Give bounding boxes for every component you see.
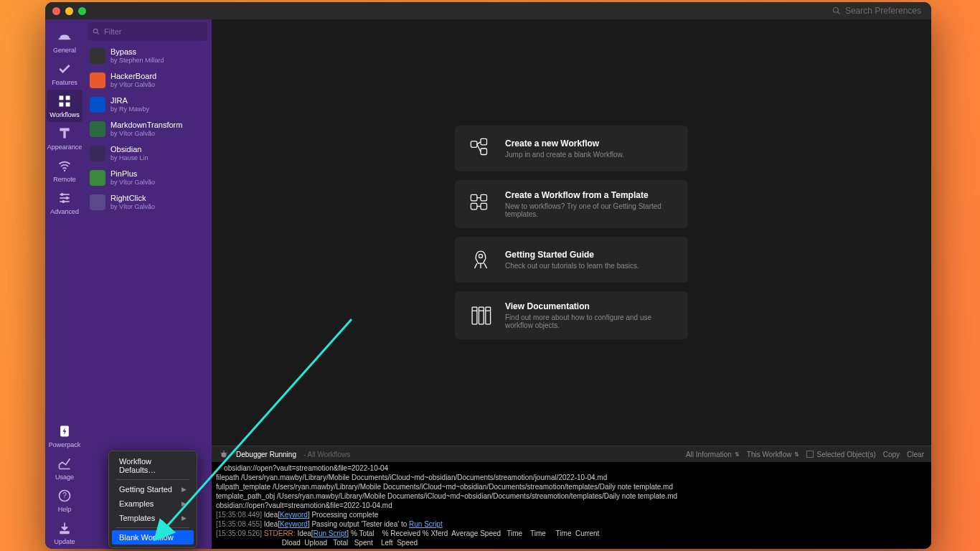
- nav-label: Workflows: [50, 111, 79, 118]
- card-title: Create a Workflow from a Template: [505, 190, 675, 200]
- debugger-scope-label: - All Workflows: [303, 451, 350, 458]
- window-controls: [52, 7, 86, 15]
- workflow-name: RightClick: [110, 194, 155, 203]
- svg-rect-34: [479, 307, 484, 324]
- svg-rect-6: [60, 128, 69, 131]
- svg-point-12: [65, 197, 68, 199]
- card-title: Create a new Workflow: [505, 138, 624, 149]
- context-menu-item[interactable]: Templates▶: [112, 511, 194, 525]
- nav-usage[interactable]: Usage: [47, 452, 83, 484]
- workflow-name: MarkdownTransform: [110, 121, 182, 130]
- workflow-canvas: Create a new WorkflowJump in and create …: [212, 19, 931, 549]
- svg-line-20: [97, 32, 99, 34]
- svg-rect-27: [471, 203, 477, 209]
- debugger-selected-toggle[interactable]: Selected Object(s): [806, 451, 875, 458]
- nav-powerpack[interactable]: Powerpack: [47, 420, 83, 452]
- card-title: Getting Started Guide: [505, 250, 639, 260]
- nav-features[interactable]: Features: [47, 57, 83, 90]
- workflow-item[interactable]: Obsidianby Hause Lin: [84, 141, 212, 166]
- workflow-name: Obsidian: [110, 145, 149, 154]
- nav-workflows[interactable]: Workflows: [47, 90, 83, 122]
- nav-update[interactable]: Update: [47, 517, 83, 549]
- debug-output[interactable]: obsidian://open?vault=streamotion&file=2…: [212, 462, 931, 549]
- nav-advanced[interactable]: Advanced: [47, 187, 83, 219]
- zoom-window-button[interactable]: [78, 7, 86, 15]
- debugger-info-select[interactable]: All Information ⇅: [686, 451, 740, 458]
- context-menu-item[interactable]: Examples▶: [112, 496, 194, 511]
- svg-line-24: [477, 142, 481, 144]
- nav-remote[interactable]: Remote: [47, 154, 83, 187]
- workflow-item[interactable]: Bypassby Stephen Millard: [84, 44, 212, 68]
- nav-label: Help: [58, 506, 72, 513]
- minimize-window-button[interactable]: [65, 7, 73, 15]
- workflow-author: by Vítor Galvão: [110, 203, 155, 211]
- grid-icon: [57, 93, 72, 109]
- menu-separator: [116, 527, 189, 528]
- svg-point-10: [61, 193, 64, 196]
- workflow-item-icon: [90, 170, 105, 186]
- workflow-icon: [468, 136, 494, 161]
- add-workflow-context-menu: Workflow Defaults…Getting Started▶Exampl…: [108, 451, 197, 548]
- workflow-author: by Vítor Galvão: [110, 81, 156, 89]
- download-icon: [57, 520, 72, 536]
- workflow-item-icon: [90, 121, 105, 137]
- wifi-icon: [57, 158, 72, 174]
- debugger-status: Debugger Running: [236, 451, 296, 458]
- svg-rect-29: [481, 203, 487, 209]
- context-menu-item[interactable]: Workflow Defaults…: [112, 454, 194, 477]
- svg-point-8: [64, 169, 66, 171]
- workflow-name: HackerBoard: [110, 72, 156, 81]
- card-template[interactable]: Create a Workflow from a TemplateNew to …: [455, 180, 688, 228]
- card-desc: New to workflows? Try one of our Getting…: [505, 202, 675, 218]
- close-window-button[interactable]: [52, 7, 60, 15]
- debugger-copy-button[interactable]: Copy: [883, 451, 900, 458]
- context-menu-item[interactable]: Getting Started▶: [112, 482, 194, 496]
- sliders-icon: [57, 190, 72, 206]
- svg-rect-26: [471, 194, 477, 201]
- card-title: View Documentation: [505, 301, 675, 311]
- card-guide[interactable]: Getting Started GuideCheck out our tutor…: [455, 237, 688, 283]
- svg-point-0: [833, 8, 838, 13]
- bug-icon: [219, 449, 229, 459]
- chevron-right-icon: ▶: [182, 500, 187, 507]
- workflow-item[interactable]: JIRAby Ry Mawby: [84, 93, 212, 117]
- svg-rect-23: [481, 149, 487, 155]
- debugger-clear-button[interactable]: Clear: [907, 451, 924, 458]
- card-docs[interactable]: View DocumentationFind out more about ho…: [455, 291, 688, 339]
- svg-line-1: [837, 12, 839, 14]
- workflow-author: by Stephen Millard: [110, 57, 164, 65]
- search-preferences[interactable]: Search Preferences: [832, 6, 921, 16]
- svg-line-25: [477, 144, 481, 151]
- workflow-item[interactable]: PinPlusby Vítor Galvão: [84, 166, 212, 190]
- debugger-scope-select[interactable]: This Workflow ⇅: [747, 451, 800, 458]
- nav-label: Advanced: [50, 208, 79, 215]
- filter-input[interactable]: [104, 27, 203, 36]
- card-create-workflow[interactable]: Create a new WorkflowJump in and create …: [455, 126, 688, 171]
- workflow-item[interactable]: HackerBoardby Vítor Galvão: [84, 68, 212, 93]
- svg-point-19: [93, 29, 98, 33]
- workflow-author: by Hause Lin: [110, 154, 149, 162]
- nav-general[interactable]: General: [47, 25, 83, 57]
- sidebar-nav: General Features Workflows Appearance Re…: [45, 19, 84, 549]
- search-icon: [93, 28, 100, 36]
- workflow-name: Bypass: [110, 47, 164, 57]
- debugger-panel: Debugger Running - All Workflows All Inf…: [212, 446, 931, 549]
- svg-rect-4: [60, 103, 64, 107]
- svg-rect-21: [471, 141, 477, 148]
- workflow-item[interactable]: MarkdownTransformby Vítor Galvão: [84, 117, 212, 141]
- nav-label: Remote: [53, 176, 76, 183]
- workflow-item-icon: [90, 97, 105, 113]
- svg-rect-7: [63, 131, 65, 138]
- rocket-icon: [468, 247, 494, 273]
- context-menu-item[interactable]: Blank Workflow: [112, 530, 194, 545]
- help-icon: ?: [57, 488, 72, 504]
- workflow-item[interactable]: RightClickby Vítor Galvão: [84, 190, 212, 215]
- nav-appearance[interactable]: Appearance: [47, 122, 83, 154]
- filter-bar[interactable]: [88, 22, 207, 41]
- template-icon: [468, 192, 494, 217]
- nav-help[interactable]: ? Help: [47, 484, 83, 517]
- search-placeholder: Search Preferences: [845, 6, 921, 16]
- workflow-author: by Vítor Galvão: [110, 130, 182, 138]
- welcome-cards: Create a new WorkflowJump in and create …: [212, 19, 931, 446]
- workflow-item-icon: [90, 146, 105, 161]
